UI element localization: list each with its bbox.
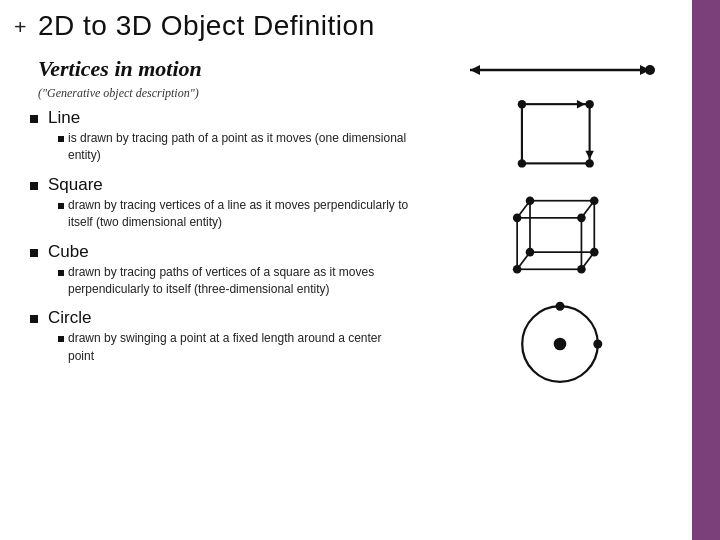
circle-sub: drawn by swinging a point at a fixed len… bbox=[58, 330, 410, 365]
svg-point-6 bbox=[518, 100, 526, 108]
svg-point-8 bbox=[518, 159, 526, 167]
sub-bullet-circle bbox=[58, 336, 64, 342]
line-description: is drawn by tracing path of a point as i… bbox=[68, 130, 410, 165]
svg-rect-12 bbox=[530, 201, 594, 252]
subtitle: Vertices in motion bbox=[38, 56, 202, 82]
square-label: Square bbox=[48, 175, 103, 195]
cube-title: Cube bbox=[30, 242, 410, 262]
svg-marker-10 bbox=[577, 100, 585, 108]
svg-point-22 bbox=[513, 214, 522, 223]
circle-label: Circle bbox=[48, 308, 91, 328]
svg-point-21 bbox=[526, 248, 535, 257]
svg-marker-11 bbox=[585, 151, 593, 159]
circle-description: drawn by swinging a point at a fixed len… bbox=[68, 330, 410, 365]
svg-marker-1 bbox=[470, 65, 480, 75]
cube-section: Cube drawn by tracing paths of vertices … bbox=[30, 242, 410, 299]
svg-rect-5 bbox=[522, 104, 590, 163]
circle-title: Circle bbox=[30, 308, 410, 328]
sub-bullet-cube bbox=[58, 270, 64, 276]
svg-point-28 bbox=[556, 302, 565, 311]
square-sub: drawn by tracing vertices of a line as i… bbox=[58, 197, 410, 232]
line-section: Line is drawn by tracing path of a point… bbox=[30, 108, 410, 165]
cube-label: Cube bbox=[48, 242, 89, 262]
bullet-square bbox=[30, 182, 38, 190]
bullet-circle bbox=[30, 315, 38, 323]
line-label: Line bbox=[48, 108, 80, 128]
cube-sub: drawn by tracing paths of vertices of a … bbox=[58, 264, 410, 299]
svg-point-18 bbox=[526, 196, 535, 205]
svg-point-3 bbox=[645, 65, 655, 75]
svg-point-19 bbox=[590, 196, 599, 205]
svg-point-20 bbox=[590, 248, 599, 257]
svg-point-7 bbox=[585, 100, 593, 108]
cube-diagram bbox=[500, 191, 620, 291]
svg-point-29 bbox=[593, 340, 602, 349]
square-diagram bbox=[505, 93, 615, 183]
svg-point-27 bbox=[554, 338, 567, 351]
line-title: Line bbox=[30, 108, 410, 128]
sub-bullet-square bbox=[58, 203, 64, 209]
square-section: Square drawn by tracing vertices of a li… bbox=[30, 175, 410, 232]
cube-description: drawn by tracing paths of vertices of a … bbox=[68, 264, 410, 299]
svg-point-9 bbox=[585, 159, 593, 167]
right-bar bbox=[692, 0, 720, 540]
svg-point-23 bbox=[577, 214, 586, 223]
line-sub: is drawn by tracing path of a point as i… bbox=[58, 130, 410, 165]
circle-section: Circle drawn by swinging a point at a fi… bbox=[30, 308, 410, 365]
svg-point-25 bbox=[513, 265, 522, 274]
page-title: 2D to 3D Object Definition bbox=[38, 10, 375, 42]
bullet-line bbox=[30, 115, 38, 123]
circle-diagram bbox=[510, 299, 610, 389]
generative-description: ("Generative object description") bbox=[38, 86, 199, 101]
content-area: Line is drawn by tracing path of a point… bbox=[30, 108, 410, 375]
diagrams-area bbox=[440, 55, 680, 389]
plus-icon: + bbox=[14, 14, 27, 40]
bullet-cube bbox=[30, 249, 38, 257]
arrow-diagram bbox=[460, 55, 660, 85]
svg-rect-13 bbox=[517, 218, 581, 269]
sub-bullet-line bbox=[58, 136, 64, 142]
svg-point-24 bbox=[577, 265, 586, 274]
square-description: drawn by tracing vertices of a line as i… bbox=[68, 197, 410, 232]
square-title: Square bbox=[30, 175, 410, 195]
